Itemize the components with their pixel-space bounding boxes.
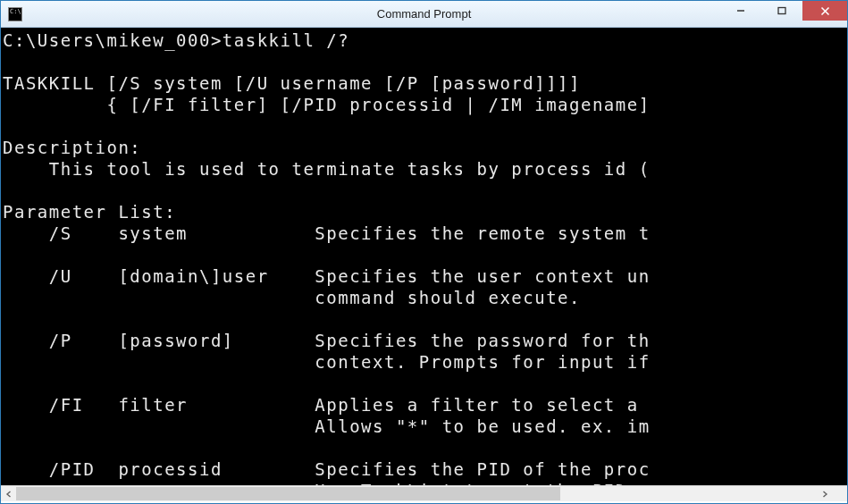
- output-line: { [/FI filter] [/PID processid | /IM ima…: [3, 95, 651, 114]
- titlebar[interactable]: Command Prompt: [1, 1, 847, 28]
- close-button[interactable]: [802, 1, 847, 21]
- scroll-track[interactable]: [16, 486, 817, 501]
- horizontal-scrollbar[interactable]: [1, 485, 847, 501]
- cmd-icon: [8, 7, 22, 21]
- output-line: Parameter List:: [3, 202, 176, 222]
- scroll-thumb[interactable]: [16, 487, 560, 500]
- minimize-button[interactable]: [720, 1, 761, 21]
- scroll-left-arrow-icon[interactable]: [1, 486, 16, 501]
- resize-grip[interactable]: [832, 486, 847, 501]
- window-controls: [720, 1, 847, 21]
- output-line: /PID processid Specifies the PID of the …: [3, 459, 651, 479]
- output-line: /U [domain\]user Specifies the user cont…: [3, 266, 651, 286]
- svg-rect-1: [778, 8, 785, 14]
- prompt-line: C:\Users\mikew_000>taskkill /?: [3, 30, 349, 50]
- terminal-output: C:\Users\mikew_000>taskkill /? TASKKILL …: [1, 28, 847, 485]
- output-line: Allows "*" to be used. ex. im: [3, 416, 651, 436]
- output-line: context. Prompts for input if: [3, 352, 651, 372]
- scroll-right-arrow-icon[interactable]: [817, 486, 832, 501]
- output-line: /S system Specifies the remote system t: [3, 223, 651, 243]
- output-line: TASKKILL [/S system [/U username [/P [pa…: [3, 73, 581, 93]
- output-line: Description:: [3, 138, 141, 157]
- terminal[interactable]: C:\Users\mikew_000>taskkill /? TASKKILL …: [1, 28, 847, 485]
- output-line: /P [password] Specifies the password for…: [3, 331, 651, 350]
- window-title: Command Prompt: [377, 7, 471, 21]
- output-line: This tool is used to terminate tasks by …: [3, 159, 651, 179]
- maximize-button[interactable]: [761, 1, 802, 21]
- output-line: /FI filter Applies a filter to select a: [3, 395, 651, 415]
- output-line: command should execute.: [3, 288, 581, 307]
